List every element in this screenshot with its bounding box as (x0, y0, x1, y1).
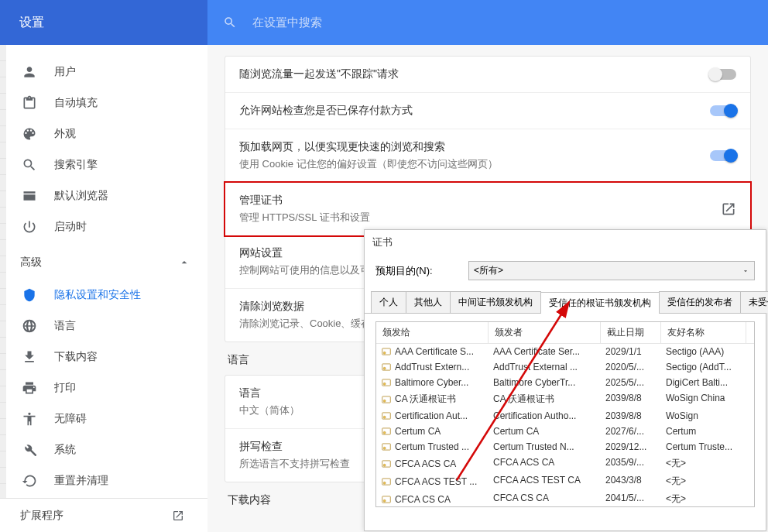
certificate-icon (381, 458, 392, 469)
certificate-icon (381, 394, 392, 405)
sidebar-item-globe[interactable]: 语言 (0, 311, 207, 342)
cert-column-header[interactable]: 友好名称 (661, 322, 746, 343)
certificate-icon (381, 362, 392, 372)
sidebar-item-label: 系统 (54, 443, 76, 457)
cert-tab[interactable]: 个人 (371, 291, 406, 313)
settings-row[interactable]: 随浏览流量一起发送"不跟踪"请求 (225, 57, 750, 93)
row-title: 管理证书 (239, 194, 370, 208)
cert-tab[interactable]: 其他人 (406, 291, 451, 313)
cert-row[interactable]: CFCA ACS CACFCA ACS CA2035/9/...<无> (376, 455, 754, 472)
search-icon (22, 157, 37, 173)
certificate-icon (381, 377, 392, 388)
row-subtitle: 所选语言不支持拼写检查 (239, 457, 350, 471)
palette-icon (22, 126, 37, 142)
sidebar-item-label: 重置并清理 (54, 474, 108, 488)
search-icon (223, 15, 237, 29)
certificate-icon (381, 346, 392, 357)
row-subtitle: 中文（简体） (239, 403, 300, 417)
chevron-up-icon (178, 256, 190, 269)
cert-tab[interactable]: 受信任的发布者 (659, 291, 741, 313)
svg-point-5 (383, 383, 386, 385)
cert-row[interactable]: Certification Aut...Certification Autho.… (376, 408, 754, 424)
cert-tab[interactable]: 受信任的根证书颁发机构 (540, 292, 660, 314)
certificate-icon (381, 441, 392, 452)
sidebar-item-browser[interactable]: 默认浏览器 (0, 180, 207, 211)
sidebar-item-label: 隐私设置和安全性 (54, 288, 141, 302)
sidebar-item-print[interactable]: 打印 (0, 372, 207, 403)
launch-icon (721, 201, 736, 217)
row-subtitle: 使用 Cookie 记住您的偏好设置（即使您不访问这些网页） (239, 157, 498, 171)
chevron-down-icon (742, 267, 749, 275)
certificate-icon (381, 426, 392, 437)
sidebar-item-search[interactable]: 搜索引擎 (0, 149, 207, 180)
launch-icon (172, 510, 184, 522)
cert-tab[interactable]: 未受信任的 (740, 291, 768, 313)
cert-dialog-title: 证书 (365, 230, 766, 255)
svg-point-13 (383, 447, 386, 449)
row-title: 网站设置 (239, 246, 370, 260)
power-icon (22, 219, 37, 235)
svg-point-9 (383, 416, 386, 418)
svg-point-3 (383, 367, 386, 369)
sidebar-advanced-label: 高级 (20, 256, 42, 269)
shield-icon (22, 287, 37, 303)
sidebar-item-label: 打印 (54, 381, 76, 395)
cert-column-header[interactable]: 颁发给 (376, 322, 489, 343)
sidebar-item-label: 默认浏览器 (54, 189, 108, 203)
sidebar-item-shield[interactable]: 隐私设置和安全性 (0, 280, 207, 311)
cert-row[interactable]: CFCA ACS TEST ...CFCA ACS TEST CA2043/3/… (376, 472, 754, 490)
sidebar-item-label: 下载内容 (54, 350, 98, 364)
window-edge-strip (0, 45, 6, 532)
sidebar-item-clipboard[interactable]: 自动填充 (0, 88, 207, 118)
settings-row[interactable]: 预加载网页，以便实现更快速的浏览和搜索使用 Cookie 记住您的偏好设置（即使… (225, 129, 750, 183)
toggle-switch[interactable] (710, 69, 736, 80)
row-title: 语言 (239, 386, 300, 400)
svg-point-17 (383, 482, 386, 484)
sidebar-item-palette[interactable]: 外观 (0, 118, 207, 149)
app-title: 设置 (0, 0, 207, 45)
cert-row[interactable]: AAA Certificate S...AAA Certificate Ser.… (376, 344, 754, 359)
cert-purpose-label: 预期目的(N): (375, 264, 468, 278)
download-icon (22, 349, 37, 365)
cert-row[interactable]: CA 沃通根证书CA 沃通根证书2039/8/8WoSign China (376, 390, 754, 408)
sidebar-item-accessibility[interactable]: 无障碍 (0, 403, 207, 434)
toggle-switch[interactable] (710, 150, 736, 161)
certificate-icon (381, 410, 392, 421)
cert-row[interactable]: Certum Trusted ...Certum Trusted N...202… (376, 439, 754, 455)
toggle-switch[interactable] (710, 105, 736, 116)
sidebar-item-wrench[interactable]: 系统 (0, 434, 207, 465)
search-bar[interactable]: 在设置中搜索 (207, 0, 768, 45)
sidebar-item-label: 无障碍 (54, 412, 87, 426)
globe-icon (22, 318, 37, 334)
svg-point-1 (383, 352, 386, 354)
sidebar-item-label: 搜索引擎 (54, 158, 98, 172)
cert-column-header[interactable]: 颁发者 (489, 322, 601, 343)
browser-icon (22, 188, 37, 204)
sidebar-item-restore[interactable]: 重置并清理 (0, 465, 207, 496)
certificates-dialog: 证书 预期目的(N): <所有> 个人其他人中间证书颁发机构受信任的根证书颁发机… (364, 229, 766, 531)
sidebar-item-power[interactable]: 启动时 (0, 211, 207, 242)
sidebar-item-label: 自动填充 (54, 96, 98, 110)
sidebar-advanced-header[interactable]: 高级 (0, 245, 207, 280)
cert-row[interactable]: Baltimore Cyber...Baltimore CyberTr...20… (376, 375, 754, 390)
svg-point-19 (383, 499, 386, 502)
row-title: 预加载网页，以便实现更快速的浏览和搜索 (239, 140, 498, 154)
certificate-icon (381, 476, 392, 487)
cert-row[interactable]: AddTrust Extern...AddTrust External ...2… (376, 359, 754, 375)
cert-row[interactable]: CFCA CS CACFCA CS CA2041/5/...<无> (376, 490, 754, 507)
sidebar-extensions[interactable]: 扩展程序 (0, 498, 207, 532)
cert-purpose-select[interactable]: <所有> (468, 261, 755, 280)
row-title: 随浏览流量一起发送"不跟踪"请求 (239, 67, 399, 81)
svg-point-11 (383, 431, 386, 434)
cert-column-header[interactable]: 截止日期 (601, 322, 661, 343)
sidebar-item-person[interactable]: 用户 (0, 57, 207, 88)
accessibility-icon (22, 411, 37, 427)
restore-icon (22, 473, 37, 489)
person-icon (22, 64, 37, 80)
row-title: 拼写检查 (239, 440, 350, 454)
cert-row[interactable]: Certum CACertum CA2027/6/...Certum (376, 424, 754, 439)
sidebar-item-download[interactable]: 下载内容 (0, 342, 207, 372)
wrench-icon (22, 442, 37, 458)
cert-tab[interactable]: 中间证书颁发机构 (450, 291, 541, 313)
settings-row[interactable]: 允许网站检查您是否已保存付款方式 (225, 93, 750, 129)
